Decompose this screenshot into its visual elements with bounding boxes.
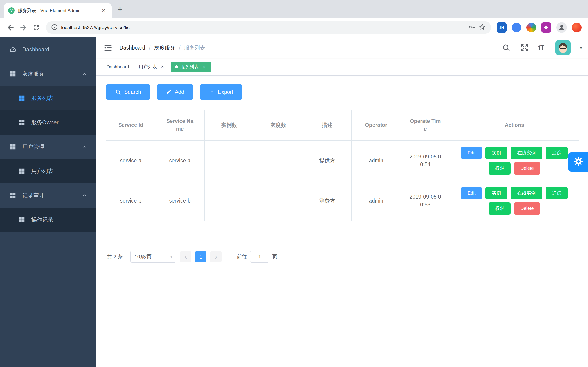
tag-close-icon[interactable]: × bbox=[201, 64, 207, 70]
trace-button[interactable]: 追踪 bbox=[545, 147, 568, 159]
new-tab-button[interactable]: + bbox=[118, 5, 122, 14]
font-size-icon[interactable]: tT bbox=[538, 44, 544, 51]
chevron-up-icon bbox=[82, 193, 87, 198]
header-service-name: Service Name bbox=[155, 110, 205, 141]
header-service-id: Service Id bbox=[106, 110, 155, 141]
extension-blue-icon[interactable] bbox=[512, 23, 521, 32]
sidebar-item-audit[interactable]: 记录审计 bbox=[0, 183, 96, 208]
tags-view: Dashboard 用户列表 × 服务列表 × bbox=[96, 58, 588, 76]
sidebar-item-label: 用户列表 bbox=[31, 167, 53, 175]
page-1-button[interactable]: 1 bbox=[195, 251, 207, 262]
cell-service-name: service-a bbox=[155, 141, 205, 181]
breadcrumb-dashboard[interactable]: Dashboard bbox=[120, 45, 145, 51]
password-key-icon[interactable] bbox=[468, 23, 476, 32]
sidebar-item-service-list[interactable]: 服务列表 bbox=[0, 86, 96, 110]
select-caret-icon: ▾ bbox=[170, 254, 172, 259]
goto-label: 前往 bbox=[237, 253, 247, 260]
back-icon[interactable] bbox=[4, 21, 17, 34]
permission-button[interactable]: 权限 bbox=[489, 202, 510, 215]
edit-button[interactable]: Edit bbox=[461, 187, 482, 199]
cell-actions: Edit 实例 在线实例 追踪 权限 Delete bbox=[450, 181, 579, 221]
url-bar[interactable]: localhost:9527/#/gray/service/list bbox=[46, 21, 491, 34]
tab-close-icon[interactable]: × bbox=[100, 7, 107, 14]
site-info-icon[interactable] bbox=[51, 24, 58, 31]
delete-button[interactable]: Delete bbox=[514, 162, 540, 175]
bookmark-star-icon[interactable] bbox=[479, 23, 486, 32]
goto-page-input[interactable] bbox=[250, 251, 269, 263]
fullscreen-icon[interactable] bbox=[520, 43, 529, 52]
search-icon[interactable] bbox=[502, 43, 511, 52]
sidebar-item-label: 操作记录 bbox=[31, 216, 53, 223]
page-content: Search Add Export bbox=[96, 76, 588, 367]
header-operate-time: Operate Time bbox=[401, 110, 450, 141]
add-button[interactable]: Add bbox=[157, 84, 193, 100]
forward-icon[interactable] bbox=[17, 21, 30, 34]
browser-tab[interactable]: V 服务列表 - Vue Element Admin × bbox=[4, 3, 112, 18]
tag-label: Dashboard bbox=[107, 64, 129, 69]
cell-description: 提供方 bbox=[303, 141, 352, 181]
breadcrumb-separator: / bbox=[149, 45, 150, 51]
active-tag-dot bbox=[175, 65, 178, 68]
online-instance-button[interactable]: 在线实例 bbox=[511, 187, 542, 199]
cell-actions: Edit 实例 在线实例 追踪 权限 Delete bbox=[450, 141, 579, 181]
sidebar-item-user-list[interactable]: 用户列表 bbox=[0, 159, 96, 183]
vue-favicon-icon: V bbox=[8, 7, 15, 14]
page-size-select[interactable]: 10条/页 ▾ bbox=[130, 251, 176, 263]
gear-icon bbox=[573, 156, 584, 168]
cell-service-name: service-b bbox=[155, 181, 205, 221]
sidebar-item-label: 记录审计 bbox=[22, 192, 44, 199]
sidebar-item-user-management[interactable]: 用户管理 bbox=[0, 135, 96, 159]
header-actions: Actions bbox=[450, 110, 579, 141]
breadcrumb: Dashboard / 灰度服务 / 服务列表 bbox=[120, 44, 205, 51]
action-button-row: Search Add Export bbox=[106, 84, 579, 100]
browser-status-icon[interactable] bbox=[572, 23, 582, 32]
chevron-up-icon bbox=[82, 71, 87, 77]
sidebar-item-label: 服务列表 bbox=[31, 94, 53, 102]
browser-tab-strip: V 服务列表 - Vue Element Admin × + bbox=[0, 0, 588, 18]
sidebar-item-service-owner[interactable]: 服务Owner bbox=[0, 110, 96, 135]
reload-icon[interactable] bbox=[30, 21, 43, 34]
delete-button[interactable]: Delete bbox=[514, 202, 540, 215]
user-avatar[interactable] bbox=[555, 40, 571, 55]
sidebar-item-dashboard[interactable]: Dashboard bbox=[0, 37, 96, 62]
settings-panel-button[interactable] bbox=[569, 152, 588, 172]
breadcrumb-separator: / bbox=[179, 45, 180, 51]
tag-close-icon[interactable]: × bbox=[159, 64, 165, 70]
sidebar-item-label: 服务Owner bbox=[31, 119, 59, 126]
chevron-up-icon bbox=[82, 144, 87, 150]
breadcrumb-current: 服务列表 bbox=[184, 44, 205, 51]
online-instance-button[interactable]: 在线实例 bbox=[511, 147, 542, 159]
trace-button[interactable]: 追踪 bbox=[545, 187, 568, 199]
tag-user-list[interactable]: 用户列表 × bbox=[135, 62, 169, 72]
sidebar-item-gray-service[interactable]: 灰度服务 bbox=[0, 62, 96, 86]
search-button[interactable]: Search bbox=[106, 84, 150, 100]
tag-dashboard[interactable]: Dashboard bbox=[103, 62, 133, 72]
tag-service-list[interactable]: 服务列表 × bbox=[171, 62, 211, 72]
export-button[interactable]: Export bbox=[200, 84, 242, 100]
prev-page-button[interactable]: ‹ bbox=[180, 251, 191, 262]
cell-description: 消费方 bbox=[303, 181, 352, 221]
hamburger-icon[interactable] bbox=[103, 43, 113, 53]
instance-button[interactable]: 实例 bbox=[485, 147, 507, 159]
table-row: service-b service-b 消费方 admin 2019-09-05… bbox=[106, 181, 579, 221]
edit-button[interactable]: Edit bbox=[461, 147, 482, 159]
tab-title: 服务列表 - Vue Element Admin bbox=[18, 8, 97, 14]
header-instance-count: 实例数 bbox=[205, 110, 254, 141]
sidebar-item-label: Dashboard bbox=[22, 46, 49, 53]
caret-down-icon[interactable]: ▾ bbox=[580, 45, 582, 51]
extension-purple-icon[interactable] bbox=[541, 23, 551, 33]
page-unit-label: 页 bbox=[272, 253, 277, 260]
extension-colorful-icon[interactable] bbox=[527, 23, 536, 32]
browser-profile-icon[interactable] bbox=[556, 22, 567, 33]
page-size-value: 10条/页 bbox=[134, 253, 152, 260]
next-page-button[interactable]: › bbox=[210, 251, 222, 262]
table-row: service-a service-a 提供方 admin 2019-09-05… bbox=[106, 141, 579, 181]
pagination-total: 共 2 条 bbox=[107, 253, 123, 260]
instance-button[interactable]: 实例 bbox=[485, 187, 507, 199]
table-header-row: Service Id Service Name 实例数 灰度数 描述 Opera… bbox=[106, 110, 579, 141]
breadcrumb-gray-service[interactable]: 灰度服务 bbox=[154, 44, 175, 51]
sidebar-item-operation-log[interactable]: 操作记录 bbox=[0, 208, 96, 232]
table-icon bbox=[18, 95, 25, 102]
permission-button[interactable]: 权限 bbox=[489, 162, 510, 175]
extension-jh-icon[interactable]: JH bbox=[497, 23, 507, 33]
